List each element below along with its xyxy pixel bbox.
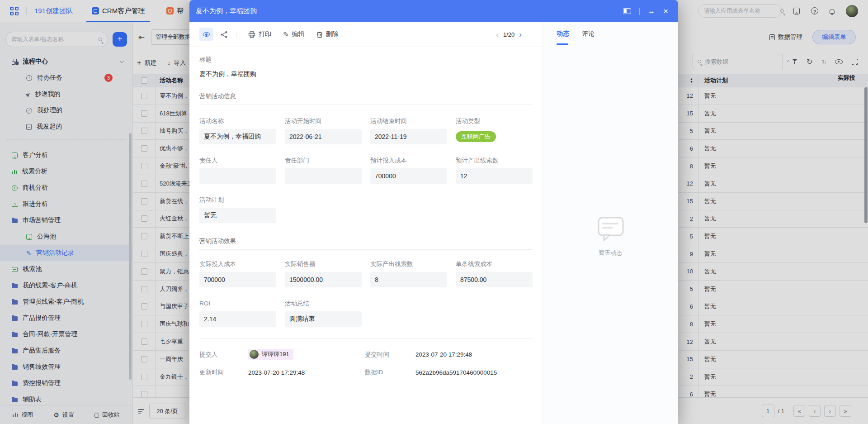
title-value: 夏不为例，幸福团购 — [199, 69, 533, 78]
field-actual-cost: 实际投入成本 700000 — [199, 260, 276, 287]
title-label: 标题 — [199, 55, 533, 64]
modal-toolbar: 打印 ✎ 编辑 删除 ‹ 1/20 › — [189, 22, 542, 47]
record-meta: 提交人 谭谭谭191 提交时间 2023-07-20 17:29:48 更新时间… — [199, 349, 533, 376]
record-form: 标题 夏不为例，幸福团购 营销活动信息 活动名称 夏不为例，幸福团购 活动开始时… — [189, 47, 542, 327]
update-time-value: 2023-07-20 17:29:48 — [248, 369, 365, 376]
preview-eye-button[interactable] — [199, 28, 213, 41]
printer-icon — [248, 31, 255, 38]
screen: 191创建团队 CRM客户管理 帮 + — [0, 0, 868, 424]
prev-record-button[interactable]: ‹ — [496, 30, 499, 39]
section-activity-info: 营销活动信息 — [199, 92, 533, 105]
record-pager: 1/20 — [503, 31, 514, 38]
tab-comments[interactable]: 评论 — [582, 30, 594, 45]
modal-detail-pane: 打印 ✎ 编辑 删除 ‹ 1/20 › — [189, 22, 542, 424]
tab-activity-feed[interactable]: 动态 — [557, 30, 569, 45]
field-owner: 责任人 — [199, 156, 276, 184]
section-activity-effect: 营销活动效果 — [199, 237, 533, 250]
field-actual-leads: 实际产出线索数 8 — [370, 260, 447, 287]
modal-title: 夏不为例，幸福团购 — [196, 7, 257, 15]
close-icon[interactable]: × — [663, 7, 668, 15]
empty-text: 暂无动态 — [543, 249, 678, 257]
modal-header: 夏不为例，幸福团购 ↔ × — [189, 0, 678, 22]
field-activity-name: 活动名称 夏不为例，幸福团购 — [199, 117, 276, 144]
next-record-button[interactable]: › — [519, 30, 522, 39]
field-activity-plan: 活动计划 暂无 — [199, 195, 276, 223]
field-expected-cost: 预计投入成本 700000 — [370, 156, 447, 184]
expand-horizontal-icon[interactable]: ↔ — [648, 8, 655, 15]
field-actual-sales: 实际销售额 1500000.00 — [285, 260, 362, 287]
speech-bubble-icon — [596, 216, 625, 242]
submit-time-label: 提交时间 — [365, 351, 415, 359]
empty-state: 暂无动态 — [543, 216, 678, 257]
delete-button[interactable]: 删除 — [316, 30, 339, 38]
record-detail-modal: 夏不为例，幸福团购 ↔ × 打印 — [189, 0, 678, 424]
divider — [199, 338, 533, 339]
submit-time-value: 2023-07-20 17:29:48 — [415, 351, 533, 358]
edit-button[interactable]: ✎ 编辑 — [283, 30, 305, 38]
print-button[interactable]: 打印 — [248, 30, 271, 38]
divider — [236, 31, 236, 38]
data-id-label: 数据ID — [365, 368, 415, 376]
field-cost-per-lead: 单条线索成本 87500.00 — [456, 260, 533, 287]
activity-panel: 动态 评论 暂无动态 — [542, 22, 678, 424]
submitter-label: 提交人 — [199, 351, 248, 359]
field-end-time: 活动结束时间 2022-11-19 — [370, 117, 447, 144]
type-badge: 互联网广告 — [456, 131, 496, 142]
field-expected-leads: 预计产出线索数 12 — [456, 156, 533, 184]
toggle-panel-icon[interactable] — [623, 8, 631, 14]
data-id-value: 562a2b96da59170460000015 — [415, 369, 533, 376]
submitter-avatar — [250, 350, 259, 359]
submitter-tag[interactable]: 谭谭谭191 — [248, 349, 293, 360]
update-time-label: 更新时间 — [199, 368, 248, 376]
field-start-time: 活动开始时间 2022-06-21 — [285, 117, 362, 144]
pencil-icon: ✎ — [283, 30, 289, 38]
trash-icon — [316, 31, 323, 38]
field-department: 责任部门 — [285, 156, 362, 184]
field-summary: 活动总结 圆满结束 — [285, 299, 362, 327]
divider — [639, 8, 640, 15]
share-button[interactable] — [220, 31, 228, 38]
field-activity-type: 活动类型 互联网广告 — [456, 117, 533, 144]
field-roi: ROI 2.14 — [199, 299, 276, 327]
